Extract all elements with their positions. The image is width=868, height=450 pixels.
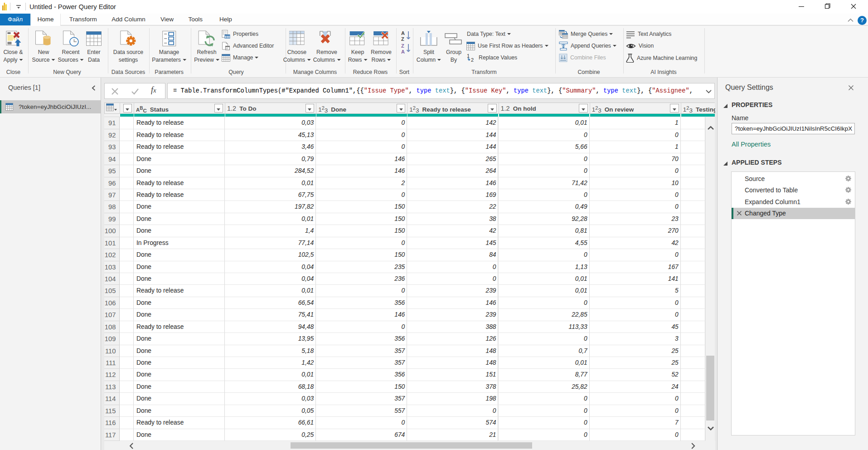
- svg-text:Z: Z: [401, 36, 404, 42]
- svg-text:Z: Z: [401, 43, 404, 49]
- svg-text:A: A: [401, 30, 405, 36]
- svg-text:2: 2: [471, 57, 474, 62]
- svg-text:A: A: [401, 49, 405, 54]
